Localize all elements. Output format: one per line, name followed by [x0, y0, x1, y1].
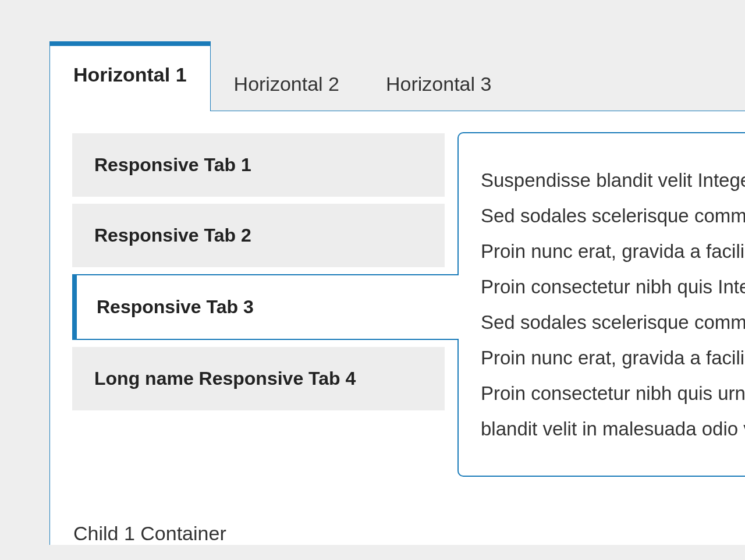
- tab-responsive-1[interactable]: Responsive Tab 1: [72, 133, 445, 197]
- tab-responsive-3[interactable]: Responsive Tab 3: [72, 274, 459, 340]
- horizontal-tabs: Horizontal 1 Horizontal 2 Horizontal 3: [49, 41, 745, 111]
- tab-horizontal-2[interactable]: Horizontal 2: [211, 54, 363, 111]
- content-paragraph: Suspendisse blandit velit Integer laoree…: [481, 162, 745, 446]
- tab-horizontal-3[interactable]: Horizontal 3: [363, 54, 515, 111]
- tab-panel-horizontal-1: Responsive Tab 1 Responsive Tab 2 Respon…: [49, 111, 745, 545]
- tab-responsive-2[interactable]: Responsive Tab 2: [72, 204, 445, 267]
- tab-horizontal-1[interactable]: Horizontal 1: [49, 41, 211, 111]
- vertical-tabs: Responsive Tab 1 Responsive Tab 2 Respon…: [72, 133, 445, 477]
- tab-responsive-4[interactable]: Long name Responsive Tab 4: [72, 347, 445, 410]
- tab-content-responsive-3: Suspendisse blandit velit Integer laoree…: [457, 132, 745, 477]
- child-container-caption: Child 1 Container: [73, 522, 745, 545]
